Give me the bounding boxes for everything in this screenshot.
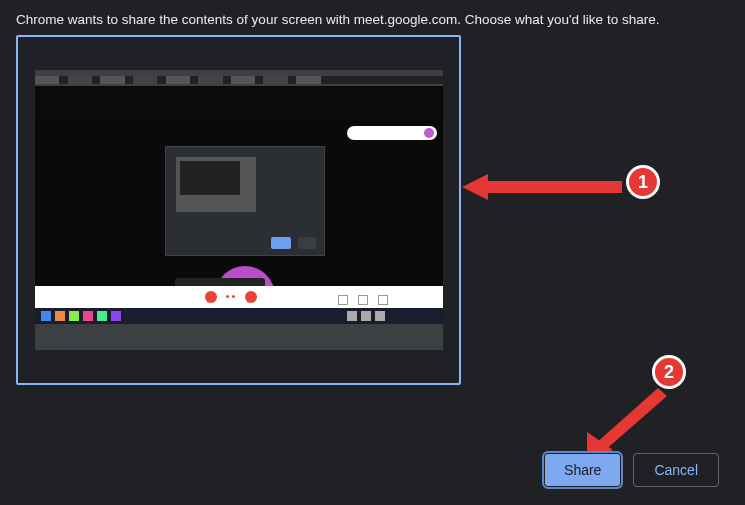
svg-marker-2 xyxy=(595,388,667,452)
entire-screen-option[interactable]: ▪▪▪▪▪▪ xyxy=(16,35,461,385)
share-button[interactable]: Share xyxy=(544,453,621,487)
share-options-area: ▪▪▪▪▪▪ xyxy=(0,35,745,385)
dialog-button-row: Share Cancel xyxy=(544,453,719,487)
cancel-button[interactable]: Cancel xyxy=(633,453,719,487)
share-prompt-text: Chrome wants to share the contents of yo… xyxy=(0,0,745,35)
screen-preview-thumbnail: ▪▪▪▪▪▪ xyxy=(35,70,443,350)
